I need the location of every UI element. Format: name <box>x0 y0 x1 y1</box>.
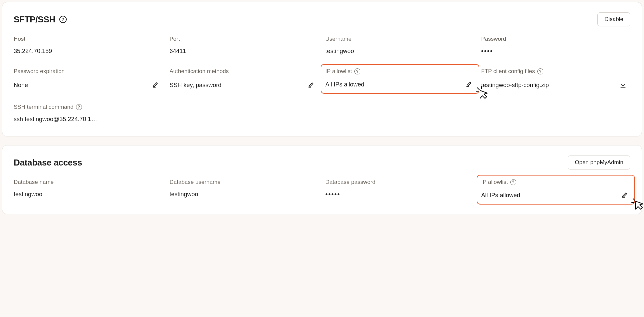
db-ip-allowlist-label: IP allowlist <box>481 179 508 186</box>
username-value: testingwoo <box>325 48 354 55</box>
edit-auth-methods-button[interactable] <box>307 80 316 90</box>
question-icon[interactable]: ? <box>76 104 82 110</box>
pencil-icon <box>466 81 473 88</box>
db-pw-value: ••••• <box>325 191 340 198</box>
db-card-header: Database access Open phpMyAdmin <box>14 155 630 170</box>
ftp-config-field: FTP client config files ? testingwoo-sft… <box>481 68 631 90</box>
download-ftp-config-button[interactable] <box>618 80 628 90</box>
ftp-config-label-wrap: FTP client config files ? <box>481 68 631 75</box>
pencil-icon <box>308 81 315 89</box>
ip-allowlist-label-wrap: IP allowlist ? <box>325 68 475 75</box>
db-ip-allowlist-label-wrap: IP allowlist ? <box>481 179 631 186</box>
host-label: Host <box>14 36 163 42</box>
pencil-icon <box>152 81 159 89</box>
ssh-cmd-value: ssh testingwoo@35.224.70.1… <box>14 116 97 123</box>
ip-allowlist-value: All IPs allowed <box>325 81 364 88</box>
db-name-value: testingwoo <box>14 191 42 198</box>
db-ip-allowlist-field: IP allowlist ? All IPs allowed <box>481 179 631 201</box>
highlight-outline: IP allowlist ? All IPs allowed <box>321 64 479 94</box>
db-pw-label: Database password <box>325 179 475 186</box>
disable-button[interactable]: Disable <box>597 12 630 26</box>
question-icon[interactable]: ? <box>59 16 67 23</box>
db-user-value: testingwoo <box>170 191 198 198</box>
question-icon[interactable]: ? <box>354 68 360 74</box>
ssh-cmd-row: SSH terminal command ? ssh testingwoo@35… <box>14 104 630 123</box>
highlight-outline: IP allowlist ? All IPs allowed <box>477 175 635 205</box>
db-title: Database access <box>14 157 82 168</box>
username-label: Username <box>325 36 475 42</box>
auth-methods-value: SSH key, password <box>170 82 222 89</box>
ip-allowlist-field: IP allowlist ? All IPs allowed <box>325 68 475 90</box>
password-field: Password •••• <box>481 36 631 55</box>
port-field: Port 64411 <box>170 36 319 55</box>
open-phpmyadmin-button[interactable]: Open phpMyAdmin <box>568 155 630 170</box>
pw-expiration-field: Password expiration None <box>14 68 163 90</box>
db-title-wrap: Database access <box>14 157 82 168</box>
db-user-label: Database username <box>170 179 319 186</box>
ip-allowlist-label: IP allowlist <box>325 68 352 75</box>
sftp-title-wrap: SFTP/SSH ? <box>14 14 67 25</box>
host-field: Host 35.224.70.159 <box>14 36 163 55</box>
sftp-title: SFTP/SSH <box>14 14 55 25</box>
edit-ip-allowlist-button[interactable] <box>465 79 474 90</box>
pw-expiration-label: Password expiration <box>14 68 163 75</box>
question-icon[interactable]: ? <box>537 68 543 74</box>
username-field: Username testingwoo <box>325 36 475 55</box>
ssh-cmd-field: SSH terminal command ? ssh testingwoo@35… <box>14 104 130 123</box>
edit-db-ip-allowlist-button[interactable] <box>620 190 630 201</box>
ssh-cmd-label-wrap: SSH terminal command ? <box>14 104 130 110</box>
db-user-field: Database username testingwoo <box>170 179 319 201</box>
ssh-cmd-label: SSH terminal command <box>14 104 74 110</box>
db-name-field: Database name testingwoo <box>14 179 163 201</box>
sftp-card-header: SFTP/SSH ? Disable <box>14 12 630 26</box>
db-access-card: Database access Open phpMyAdmin Database… <box>2 145 642 214</box>
auth-methods-field: Authentication methods SSH key, password <box>170 68 319 90</box>
pencil-icon <box>622 192 628 199</box>
password-value: •••• <box>481 48 493 54</box>
db-pw-field: Database password ••••• <box>325 179 475 201</box>
ftp-config-label: FTP client config files <box>481 68 535 75</box>
auth-methods-label: Authentication methods <box>170 68 319 75</box>
sftp-ssh-card: SFTP/SSH ? Disable Host 35.224.70.159 Po… <box>2 2 642 136</box>
ftp-config-value: testingwoo-sftp-config.zip <box>481 82 549 89</box>
host-value: 35.224.70.159 <box>14 48 52 55</box>
pw-expiration-value: None <box>14 82 28 89</box>
db-grid: Database name testingwoo Database userna… <box>14 179 630 201</box>
edit-pw-expiration-button[interactable] <box>151 80 160 90</box>
db-name-label: Database name <box>14 179 163 186</box>
password-label: Password <box>481 36 631 42</box>
sftp-grid: Host 35.224.70.159 Port 64411 Username t… <box>14 36 630 90</box>
question-icon[interactable]: ? <box>510 179 516 185</box>
db-ip-allowlist-value: All IPs allowed <box>481 192 520 199</box>
port-label: Port <box>170 36 319 42</box>
port-value: 64411 <box>170 48 186 55</box>
download-icon <box>620 81 626 89</box>
